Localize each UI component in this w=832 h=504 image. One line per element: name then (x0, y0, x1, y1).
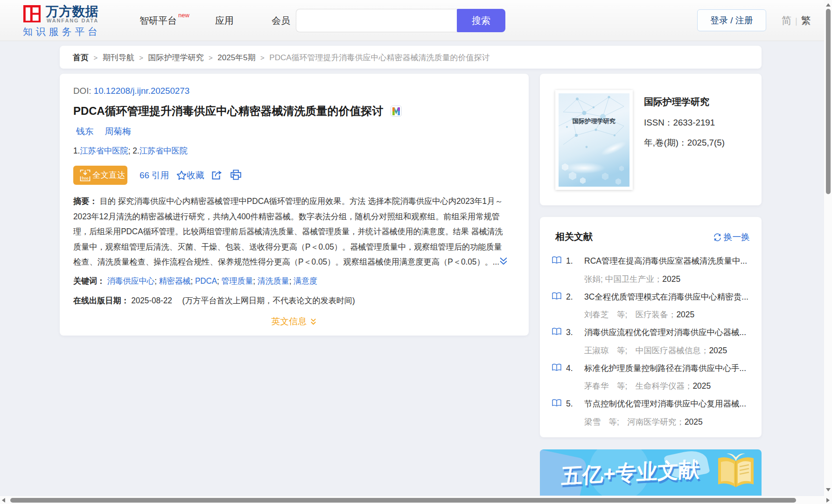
svg-text:free: free (82, 176, 89, 181)
